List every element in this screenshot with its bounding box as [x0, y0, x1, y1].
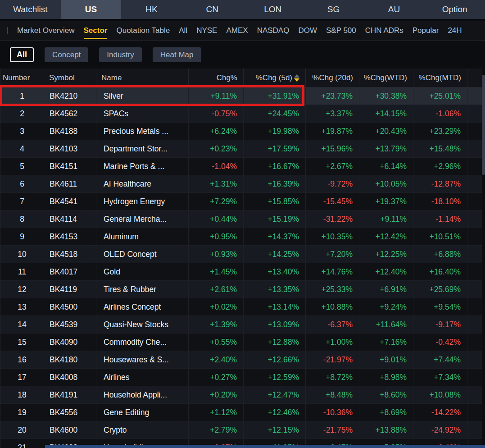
tab-option[interactable]: Option	[424, 0, 485, 19]
subnav-item-quotation-table[interactable]: Quotation Table	[116, 21, 170, 41]
subnav-item-nasdaq[interactable]: NASDAQ	[257, 21, 290, 41]
cell-symbol: BK4151	[44, 158, 96, 175]
cell-chg20d-label: +8.48%	[326, 390, 353, 400]
cell-num-label: 5	[20, 162, 24, 171]
column-header-symbol[interactable]: Symbol	[44, 69, 96, 87]
column-header-spacer	[467, 69, 482, 87]
table-row[interactable]: 10BK4518OLED Concept+0.93%+14.25%+7.20%+…	[0, 246, 482, 263]
filter-chip-industry[interactable]: Industry	[99, 47, 141, 62]
table-row[interactable]: 6BK4611AI Healthcare+1.31%+16.39%-9.72%+…	[0, 175, 482, 193]
subnav-item-chn-adrs[interactable]: CHN ADRs	[365, 21, 403, 41]
subnav-item-sp500[interactable]: S&P 500	[326, 21, 356, 41]
filter-chip-all[interactable]: All	[10, 47, 34, 62]
table-row[interactable]: 2BK4562SPACs-0.75%+24.45%+3.37%+14.15%-1…	[0, 105, 482, 123]
column-header-num[interactable]: Number	[0, 69, 44, 87]
table-row[interactable]: 5BK4151Marine Ports & ...-1.04%+16.67%+2…	[0, 158, 482, 175]
column-header-chg20d-label: %Chg (20d)	[312, 73, 353, 82]
cell-symbol: BK4600	[44, 421, 96, 439]
cell-num-label: 13	[18, 302, 26, 312]
table-row[interactable]: 18BK4191Household Appli...+0.20%+12.47%+…	[0, 386, 482, 404]
column-header-chg20d[interactable]: %Chg (20d)	[306, 69, 359, 87]
filter-chip-concept[interactable]: Concept	[45, 47, 88, 62]
column-header-chgwtd[interactable]: %Chg(WTD)	[359, 69, 413, 87]
table-row[interactable]: 19BK4556Gene Editing+1.12%+12.46%-10.36%…	[0, 404, 482, 421]
column-header-chg5d[interactable]: %Chg (5d)	[244, 69, 306, 87]
cell-chg: -0.75%	[189, 105, 244, 122]
table-row[interactable]: 11BK4017Gold+1.45%+13.40%+14.76%+12.40%+…	[0, 263, 482, 281]
table-row[interactable]: 7BK4541Hydrogen Energy+7.29%+15.85%-15.4…	[0, 193, 482, 210]
subnav-item-nasdaq-label: NASDAQ	[257, 26, 290, 35]
tab-cn[interactable]: CN	[182, 0, 243, 19]
cell-symbol-label: BK4114	[50, 215, 77, 224]
table-row[interactable]: 15BK4090Commodity Che...+0.55%+12.88%+1.…	[0, 334, 482, 351]
table-row[interactable]: 9BK4153Aluminum+0.95%+14.37%+10.35%+12.4…	[0, 228, 482, 246]
cell-chg-label: +1.39%	[210, 320, 237, 329]
cell-name-label: AI Healthcare	[104, 179, 151, 189]
column-header-chg[interactable]: Chg%	[189, 69, 244, 87]
cell-chg-label: +0.02%	[210, 302, 237, 312]
cell-chg20d: -9.72%	[306, 175, 359, 192]
cell-chgwtd-label: +13.88%	[375, 425, 407, 435]
cell-spacer	[467, 404, 482, 421]
cell-chgwtd: +9.01%	[359, 351, 413, 368]
cell-chgmtd-label: -18.10%	[431, 197, 461, 206]
column-header-chgmtd[interactable]: %Chg(MTD)	[413, 69, 467, 87]
subnav-item-nyse[interactable]: NYSE	[196, 21, 217, 41]
table-row[interactable]: 13BK4500Airlines Concept+0.02%+13.14%+10…	[0, 298, 482, 316]
cell-symbol-label: BK4210	[50, 91, 77, 101]
table-row[interactable]: 3BK4188Precious Metals ...+6.24%+19.98%+…	[0, 123, 482, 140]
table-row[interactable]: 17BK4008Airlines+0.27%+12.59%+8.72%+8.98…	[0, 369, 482, 386]
cell-chg5d: +12.66%	[244, 351, 306, 368]
column-header-num-label: Number	[3, 73, 30, 82]
tab-hk[interactable]: HK	[121, 0, 182, 19]
cell-num-label: 10	[18, 250, 26, 259]
cell-chgmtd: -18.10%	[413, 193, 467, 210]
cell-num: 6	[0, 175, 44, 192]
table-row[interactable]: 16BK4180Housewares & S...+2.40%+12.66%-2…	[0, 351, 482, 369]
cell-chgwtd: +11.64%	[359, 316, 413, 333]
tab-us[interactable]: US	[61, 0, 122, 19]
subnav-item-all[interactable]: All	[179, 21, 187, 41]
scrollbar-thumb[interactable]	[482, 75, 485, 175]
cell-symbol-label: BK4541	[50, 197, 77, 206]
tab-au[interactable]: AU	[364, 0, 425, 19]
tab-lon[interactable]: LON	[243, 0, 304, 19]
cell-chgwtd: +8.69%	[359, 404, 413, 421]
subnav-item-24h[interactable]: 24H	[448, 21, 462, 41]
cell-chg5d-label: +19.98%	[267, 127, 299, 136]
sort-icon[interactable]	[294, 74, 299, 82]
table-row[interactable]: 1BK4210Silver+9.11%+31.91%+23.73%+30.38%…	[0, 87, 482, 105]
subnav-item-amex[interactable]: AMEX	[226, 21, 248, 41]
table-row[interactable]: 4BK4103Department Stor...+0.23%+17.59%+1…	[0, 140, 482, 158]
subnav-item-sector[interactable]: Sector	[84, 21, 108, 41]
cell-name: Hydrogen Energy	[96, 193, 189, 210]
cell-chg5d: +24.45%	[244, 105, 306, 122]
subnav-item-market-overview[interactable]: Market Overview	[17, 21, 75, 41]
tab-sg[interactable]: SG	[303, 0, 364, 19]
tab-cn-label: CN	[206, 5, 218, 14]
cell-symbol-label: BK4090	[50, 338, 77, 347]
subnav-item-popular[interactable]: Popular	[412, 21, 439, 41]
cell-chgwtd: +10.05%	[359, 175, 413, 192]
cell-num-label: 1	[20, 91, 24, 101]
tab-watchlist[interactable]: Watchlist	[0, 0, 61, 19]
subnav-item-dow[interactable]: DOW	[298, 21, 317, 41]
table-row[interactable]: 20BK4600Crypto+2.79%+12.15%-21.75%+13.88…	[0, 421, 482, 439]
cell-chg20d-label: -6.37%	[328, 320, 353, 329]
filter-chip-heat-map[interactable]: Heat Map	[153, 47, 201, 62]
cell-spacer	[467, 351, 482, 368]
scrollbar-track[interactable]	[482, 69, 485, 448]
table-row[interactable]: 14BK4539Quasi-New Stocks+1.39%+13.09%-6.…	[0, 316, 482, 334]
cell-chg5d-label: +14.25%	[267, 250, 299, 259]
table-row[interactable]: 12BK4119Tires & Rubber+2.61%+13.35%+25.3…	[0, 281, 482, 298]
cell-chgwtd: +13.88%	[359, 421, 413, 439]
column-header-name[interactable]: Name	[96, 69, 189, 87]
cell-num: 12	[0, 281, 44, 298]
cell-chg-label: +0.95%	[210, 232, 237, 242]
tab-us-label: US	[85, 5, 97, 14]
cell-name: Quasi-New Stocks	[96, 316, 189, 333]
table-row[interactable]: 8BK4114General Mercha...+0.44%+15.19%-31…	[0, 210, 482, 228]
subnav-item-dow-label: DOW	[298, 26, 317, 35]
cell-symbol: BK4518	[44, 246, 96, 263]
cell-chg20d-label: +25.33%	[321, 285, 353, 294]
